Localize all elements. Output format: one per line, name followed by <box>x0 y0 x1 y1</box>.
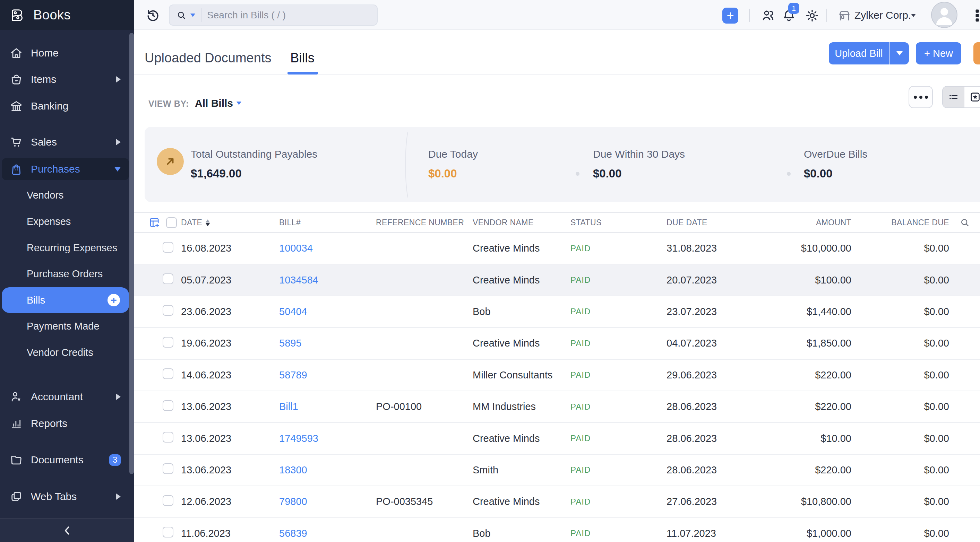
bill-number-link[interactable]: Bill1 <box>279 401 298 412</box>
summary-card-value: $0.00 <box>428 167 457 180</box>
row-checkbox[interactable] <box>163 242 173 253</box>
column-header-vendor[interactable]: VENDOR NAME <box>473 218 570 227</box>
search-input[interactable] <box>202 10 347 21</box>
settings-gear-icon[interactable] <box>805 8 820 23</box>
row-checkbox[interactable] <box>163 400 173 411</box>
status-badge: PAID <box>570 339 667 348</box>
recent-history-icon[interactable] <box>145 7 161 23</box>
help-button[interactable] <box>974 42 980 65</box>
column-header-amount[interactable]: AMOUNT <box>765 218 851 227</box>
app-logo[interactable]: Books <box>0 0 134 30</box>
custom-view-button[interactable] <box>964 87 980 108</box>
table-row[interactable]: 13.06.2023 Bill1 PO-00100 MM Industries … <box>134 391 980 423</box>
bill-number-link[interactable]: 5895 <box>279 338 302 349</box>
vendor-name-cell: Creative Minds <box>473 338 570 349</box>
tab-uploaded-documents[interactable]: Uploaded Documents <box>145 51 271 65</box>
row-checkbox[interactable] <box>163 463 173 474</box>
users-icon[interactable] <box>760 8 776 23</box>
bill-number-link[interactable]: 58789 <box>279 369 307 380</box>
sidebar-scrollbar[interactable] <box>129 33 134 474</box>
table-row[interactable]: 14.06.2023 58789 Miller Consultants PAID… <box>134 360 980 391</box>
sidebar-item-bills[interactable]: Bills + <box>2 287 129 313</box>
column-header-due-date[interactable]: DUE DATE <box>667 218 765 227</box>
sidebar-item-purchase-orders[interactable]: Purchase Orders <box>2 263 129 284</box>
divider <box>404 132 409 198</box>
table-row[interactable]: 23.06.2023 50404 Bob PAID 23.07.2023 $1,… <box>134 296 980 328</box>
new-bill-button[interactable]: + New <box>916 42 961 65</box>
bill-date-cell: 13.06.2023 <box>181 401 279 412</box>
column-header-status[interactable]: STATUS <box>570 218 667 227</box>
apps-grid-icon[interactable] <box>974 8 980 23</box>
table-row[interactable]: 12.06.2023 79800 PO-0035345 Creative Min… <box>134 486 980 518</box>
search-box[interactable] <box>169 5 378 25</box>
chevron-right-icon <box>116 76 121 82</box>
search-scope-caret-icon[interactable] <box>190 14 195 17</box>
balance-due-cell: $0.00 <box>851 464 949 476</box>
bill-date-cell: 23.06.2023 <box>181 306 279 317</box>
table-row[interactable]: 16.08.2023 100034 Creative Minds PAID 31… <box>134 233 980 265</box>
column-header-balance-due[interactable]: BALANCE DUE <box>851 218 949 227</box>
sidebar-item-web-tabs[interactable]: Web Tabs <box>2 485 129 508</box>
column-header-reference[interactable]: REFERENCE NUMBER <box>376 218 473 227</box>
bill-number-link[interactable]: 100034 <box>279 242 313 254</box>
vendor-name-cell: Creative Minds <box>473 496 570 507</box>
books-logo-icon <box>10 7 25 23</box>
bill-number-link[interactable]: 50404 <box>279 306 307 317</box>
column-header-date[interactable]: DATE <box>181 218 279 227</box>
row-checkbox[interactable] <box>163 368 173 379</box>
sidebar-item-purchases[interactable]: Purchases <box>2 158 129 180</box>
row-checkbox[interactable] <box>163 527 173 537</box>
customize-columns-icon[interactable] <box>148 216 161 229</box>
bill-date-cell: 13.06.2023 <box>181 464 279 476</box>
sidebar-item-payments-made[interactable]: Payments Made <box>2 316 129 336</box>
sidebar-item-recurring-expenses[interactable]: Recurring Expenses <box>2 238 129 258</box>
row-checkbox[interactable] <box>163 337 173 347</box>
table-row[interactable]: 13.06.2023 18300 Smith PAID 28.06.2023 $… <box>134 455 980 486</box>
column-header-bill[interactable]: BILL# <box>279 218 376 227</box>
tab-bills[interactable]: Bills <box>290 51 315 65</box>
status-badge: PAID <box>570 244 667 253</box>
list-view-button[interactable] <box>943 87 964 108</box>
reports-icon <box>10 417 23 430</box>
table-row[interactable]: 05.07.2023 1034584 Creative Minds PAID 2… <box>134 265 980 296</box>
upload-bill-dropdown-button[interactable] <box>889 42 909 65</box>
chevron-right-icon <box>116 139 121 145</box>
table-row[interactable]: 13.06.2023 1749593 Creative Minds PAID 2… <box>134 423 980 454</box>
sidebar-item-sales[interactable]: Sales <box>2 131 129 153</box>
sidebar-item-expenses[interactable]: Expenses <box>2 211 129 232</box>
table-row[interactable]: 11.06.2023 56839 Bob PAID 11.07.2023 $1,… <box>134 518 980 542</box>
view-mode-switcher <box>942 86 980 108</box>
row-checkbox[interactable] <box>163 432 173 442</box>
sidebar-item-reports[interactable]: Reports <box>2 412 129 434</box>
sidebar-item-items[interactable]: Items <box>2 68 129 90</box>
upload-bill-button[interactable]: Upload Bill <box>829 42 889 65</box>
user-avatar[interactable] <box>931 2 958 28</box>
sidebar-item-documents[interactable]: Documents 3 <box>2 449 129 471</box>
row-checkbox[interactable] <box>163 305 173 316</box>
sidebar-collapse-bar[interactable] <box>0 518 134 542</box>
top-bar: + 1 Zylker Corp. <box>134 0 980 30</box>
quick-create-button[interactable]: + <box>722 8 738 24</box>
view-by-dropdown[interactable]: All Bills <box>195 97 241 109</box>
row-checkbox[interactable] <box>163 495 173 506</box>
table-search-icon[interactable] <box>959 217 970 228</box>
sidebar-item-vendor-credits[interactable]: Vendor Credits <box>2 342 129 363</box>
sidebar-item-vendors[interactable]: Vendors <box>2 185 129 206</box>
sidebar-item-banking[interactable]: Banking <box>2 95 129 117</box>
table-row[interactable]: 19.06.2023 5895 Creative Minds PAID 04.0… <box>134 328 980 360</box>
more-actions-button[interactable] <box>908 86 933 108</box>
select-all-checkbox[interactable] <box>166 217 177 228</box>
bill-number-link[interactable]: 79800 <box>279 496 307 507</box>
row-checkbox[interactable] <box>163 273 173 284</box>
bill-number-link[interactable]: 1034584 <box>279 274 318 285</box>
sidebar-item-home[interactable]: Home <box>2 42 129 64</box>
organization-selector[interactable]: Zylker Corp. <box>854 10 911 21</box>
bill-number-link[interactable]: 56839 <box>279 528 307 539</box>
bill-number-link[interactable]: 1749593 <box>279 433 318 444</box>
add-bill-icon[interactable]: + <box>108 294 120 306</box>
bill-date-cell: 05.07.2023 <box>181 274 279 286</box>
person-silhouette-icon <box>932 2 957 27</box>
sidebar-item-accountant[interactable]: Accountant <box>2 386 129 408</box>
bill-number-link[interactable]: 18300 <box>279 464 307 475</box>
sort-icon <box>206 219 210 226</box>
